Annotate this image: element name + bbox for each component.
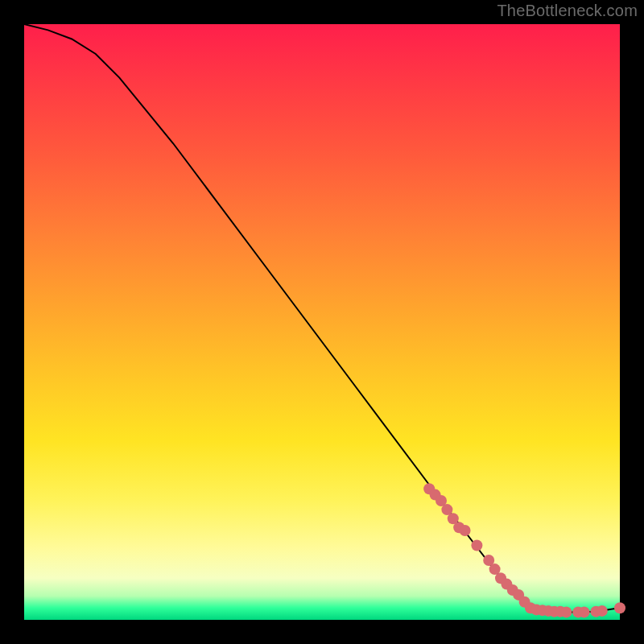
data-marker <box>460 525 471 536</box>
bottleneck-curve <box>24 24 620 612</box>
watermark-text: TheBottleneck.com <box>497 2 638 20</box>
data-marker <box>579 606 590 617</box>
data-marker <box>597 605 608 617</box>
data-marker <box>560 606 572 617</box>
chart-stage: TheBottleneck.com <box>0 0 644 644</box>
data-marker <box>614 602 625 613</box>
plot-area <box>24 24 620 620</box>
data-markers <box>423 483 625 617</box>
chart-svg <box>24 24 620 620</box>
data-marker <box>471 540 482 551</box>
